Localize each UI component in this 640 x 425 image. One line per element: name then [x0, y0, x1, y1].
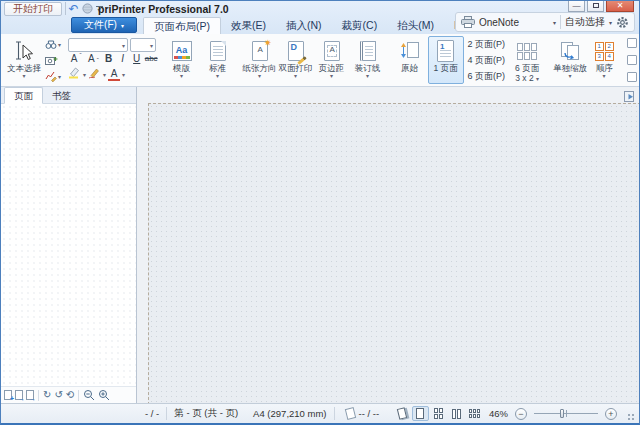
- maximize-button[interactable]: [587, 1, 604, 12]
- font-size-combo[interactable]: ▾: [130, 38, 156, 52]
- tab-crop[interactable]: 裁剪(C): [332, 17, 388, 34]
- paper-source-arrow-icon[interactable]: ▾: [609, 19, 612, 26]
- scale-separately-button[interactable]: 单独缩放 ▾: [551, 36, 589, 84]
- snapshot-button[interactable]: [44, 53, 62, 67]
- zoom-in-button[interactable]: +: [605, 408, 617, 420]
- selection-tools-column: ▾ ▾: [44, 36, 62, 84]
- font-family-combo[interactable]: ▾: [68, 38, 128, 52]
- duplex-print-button[interactable]: D 双面打印 ▾: [278, 36, 314, 84]
- binoculars-icon: [45, 38, 57, 50]
- insert-page-before-button[interactable]: →: [15, 390, 23, 400]
- two-pages-button[interactable]: 2 页面(P): [464, 37, 510, 52]
- order-icon: 12 34: [595, 42, 614, 61]
- zoom-out-icon[interactable]: [83, 389, 95, 401]
- rotate-180-button[interactable]: ⟲: [66, 390, 74, 400]
- quick-access-sphere-button[interactable]: [80, 1, 94, 16]
- zoom-out-button[interactable]: −: [515, 408, 527, 420]
- chevron-down-icon: ▾: [122, 42, 125, 49]
- quick-access-separator: [65, 2, 66, 15]
- original-layout-button[interactable]: 原始: [392, 36, 428, 84]
- shrink-font-button[interactable]: A: [85, 52, 97, 65]
- chevron-down-icon: ▾: [103, 71, 106, 78]
- ribbon-group-options: 单页重复显示 总创建至新纸张 份数: [623, 36, 640, 84]
- tab-insert[interactable]: 插入(N): [276, 17, 332, 34]
- view-mode-thumbnails-button[interactable]: [466, 406, 483, 421]
- chevron-down-icon: ▾: [58, 41, 61, 48]
- selection-count: - / -: [145, 408, 159, 419]
- sidebar-tab-pages[interactable]: 页面: [4, 87, 43, 104]
- highlighter-icon: [68, 66, 81, 79]
- duplex-print-icon: D: [288, 41, 304, 61]
- find-button[interactable]: ▾: [44, 37, 62, 51]
- sidebar-tab-bookmarks[interactable]: 书签: [43, 88, 80, 103]
- arrow-right-icon: →: [18, 395, 25, 402]
- paper-source-select-value[interactable]: 自动选择: [565, 15, 605, 29]
- one-page-button[interactable]: 1 1 页面: [428, 36, 464, 84]
- view-mode-single-page-button[interactable]: [412, 406, 429, 421]
- ink-pen-button[interactable]: [88, 65, 101, 83]
- zoom-slider[interactable]: [534, 413, 598, 414]
- rotate-clockwise-button[interactable]: ↻: [43, 390, 51, 400]
- tab-page-layout[interactable]: 页面布局(P): [143, 17, 221, 34]
- underline-button[interactable]: U: [131, 52, 143, 65]
- minimize-button[interactable]: —: [568, 1, 585, 12]
- insert-page-after-button[interactable]: →: [26, 390, 34, 400]
- app-window: 开始打印 ↶ ▾ priPrinter Professional 7.0 — ✕…: [0, 0, 640, 425]
- tab-effects[interactable]: 效果(E): [221, 17, 276, 34]
- close-button[interactable]: ✕: [606, 1, 634, 12]
- window-controls: — ✕: [568, 1, 634, 12]
- checkbox-icon: [627, 38, 637, 48]
- maximize-icon: [593, 3, 599, 8]
- printer-selection-bar: OneNote ▾ 自动选择 ▾: [455, 12, 635, 32]
- paper-orientation-button[interactable]: A✷ 纸张方向 ▾: [242, 36, 278, 84]
- template-icon: Aa: [172, 41, 192, 61]
- printer-select-arrow-icon[interactable]: ▾: [553, 19, 556, 26]
- standard-button[interactable]: 标准 ▾: [200, 36, 236, 84]
- checkbox-create-new-sheet[interactable]: 总创建至新纸张: [627, 54, 640, 67]
- view-mode-continuous-button[interactable]: [430, 406, 447, 421]
- cursor-position: -- / --: [359, 408, 380, 419]
- standard-page-icon: [210, 41, 226, 61]
- font-color-button[interactable]: A: [108, 68, 120, 81]
- six-pages-grid-button[interactable]: 6 页面 3 x 2 ▾: [509, 36, 545, 84]
- start-print-button[interactable]: 开始打印: [4, 2, 62, 16]
- preview-page-surface[interactable]: [148, 103, 639, 403]
- gutter-icon: [360, 41, 376, 61]
- six-pages-button[interactable]: 6 页面(P): [464, 69, 510, 84]
- page-refresh-icon: [622, 90, 636, 103]
- view-mode-bar: 46% − +: [394, 406, 635, 421]
- printer-settings-gear-icon[interactable]: [616, 16, 629, 29]
- add-page-button[interactable]: +: [4, 390, 12, 400]
- order-button[interactable]: 12 34 顺序 ▾: [589, 36, 619, 84]
- bold-button[interactable]: B: [103, 52, 115, 65]
- tab-letterhead[interactable]: 抬头(M): [387, 17, 444, 34]
- text-select-button[interactable]: 文本选择 ▾: [4, 36, 44, 84]
- measurement-button[interactable]: ▾: [44, 69, 62, 83]
- four-pages-button[interactable]: 4 页面(P): [464, 53, 510, 68]
- margins-button[interactable]: A 页边距 ▾: [314, 36, 350, 84]
- continuous-pages-icon: [434, 408, 443, 419]
- printer-select-value[interactable]: OneNote: [479, 17, 519, 28]
- single-page-icon: [416, 408, 424, 419]
- template-button[interactable]: Aa 模版 ▾: [164, 36, 200, 84]
- grow-font-button[interactable]: A: [68, 52, 80, 65]
- sidebar: 页面 书签 + → → ↻ ↺ ⟲: [1, 87, 137, 403]
- status-bar: - / - 第 - 页 (共 - 页) A4 (297,210 mm) -- /…: [1, 403, 639, 423]
- undo-button[interactable]: ↶: [67, 1, 80, 16]
- gutter-button[interactable]: 装订线 ▾: [350, 36, 386, 84]
- italic-button[interactable]: I: [117, 52, 129, 65]
- view-mode-tilted-button[interactable]: [394, 406, 411, 421]
- checkbox-repeat-single-page[interactable]: 单页重复显示: [627, 37, 640, 50]
- canvas-corner-button[interactable]: [622, 89, 636, 107]
- file-menu-button[interactable]: 文件(F) ▾: [71, 17, 137, 33]
- zoom-slider-handle[interactable]: [560, 409, 564, 418]
- rotate-counterclockwise-button[interactable]: ↺: [54, 390, 62, 400]
- zoom-in-icon[interactable]: [98, 389, 110, 401]
- undo-icon: ↶: [68, 3, 78, 15]
- checkbox-copies[interactable]: 份数: [627, 71, 640, 84]
- strikethrough-button[interactable]: abc: [145, 52, 158, 65]
- view-mode-facing-button[interactable]: [448, 406, 465, 421]
- highlight-button[interactable]: [68, 65, 81, 83]
- one-page-icon: 1: [437, 40, 454, 62]
- window-resize-grip[interactable]: [626, 412, 635, 421]
